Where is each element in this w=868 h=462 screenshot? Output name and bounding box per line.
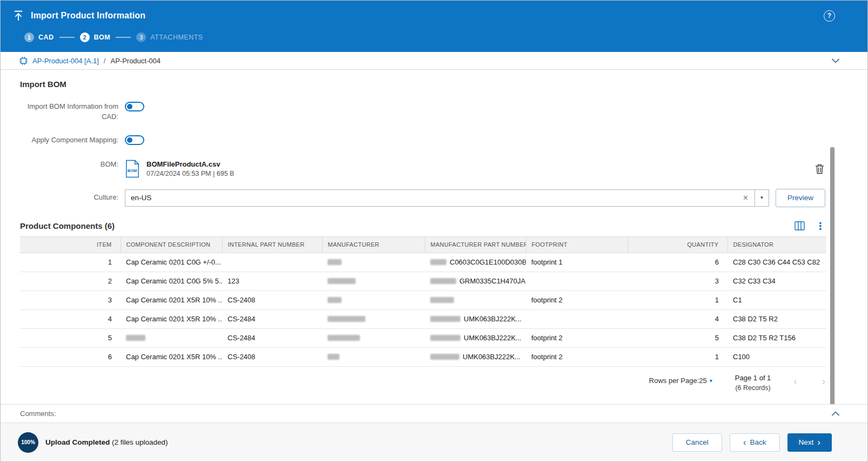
more-options-icon[interactable]: ⋮	[816, 221, 825, 231]
cell-description: Cap Ceramic 0201 X5R 10% ...	[121, 347, 222, 366]
rows-per-page-value: 25	[699, 377, 706, 385]
cell-footprint	[526, 309, 627, 328]
cell-designator: C38 D2 T5 R2 T156	[727, 328, 826, 347]
column-header-quantity[interactable]: QUANTITY	[627, 236, 727, 253]
redacted-text	[430, 354, 459, 360]
import-from-cad-toggle[interactable]	[125, 102, 144, 111]
components-table: ITEMCOMPONENT DESCRIPTIONINTERNAL PART N…	[20, 236, 826, 367]
redacted-text	[430, 316, 460, 322]
column-header-designator[interactable]: DESIGNATOR	[727, 236, 826, 253]
table-row[interactable]: 3Cap Ceramic 0201 X5R 10% ...CS-2408foot…	[20, 291, 826, 309]
page-number-text: Page 1 of 1	[735, 373, 771, 384]
cell-mpn: UMK063BJ222K...	[425, 309, 526, 328]
chevron-down-icon: ▾	[710, 378, 712, 384]
bom-file-control: BOM BOMFileProductA.csv 07/24/2024 05:53…	[125, 160, 825, 178]
column-header-internal-part-number[interactable]: INTERNAL PART NUMBER	[222, 236, 322, 253]
cell-footprint	[526, 272, 627, 291]
table-row[interactable]: 6Cap Ceramic 0201 X5R 10% ...CS-2408UMK0…	[20, 347, 826, 366]
chevron-left-icon: ‹	[743, 438, 746, 447]
cell-internal_pn: CS-2484	[222, 309, 322, 328]
rows-per-page-select[interactable]: Rows per Page:25 ▾	[649, 373, 712, 385]
chevron-down-icon[interactable]	[832, 58, 839, 63]
step-cad-number: 1	[24, 32, 34, 42]
column-header-footprint[interactable]: FOOTPRINT	[526, 236, 627, 253]
component-mapping-control	[125, 135, 825, 145]
step-attachments[interactable]: 3 ATTACHMENTS	[136, 32, 203, 42]
step-cad-label: CAD	[38, 34, 54, 41]
column-settings-icon[interactable]	[794, 221, 805, 230]
import-product-window: Import Product Information ? 1 CAD 2 BOM…	[0, 0, 868, 462]
next-button[interactable]: Next ›	[787, 433, 832, 452]
cell-quantity: 6	[627, 253, 727, 272]
table-row[interactable]: 4Cap Ceramic 0201 X5R 10% ...CS-2484UMK0…	[20, 309, 826, 328]
cell-internal_pn	[222, 253, 322, 272]
cell-description: Cap Ceramic 0201 X5R 10% ...	[121, 291, 222, 309]
table-row[interactable]: 2Cap Ceramic 0201 C0G 5% 5...123GRM0335C…	[20, 272, 826, 291]
vertical-scrollbar[interactable]	[830, 147, 835, 404]
cell-footprint: footprint 1	[526, 253, 627, 272]
step-attachments-number: 3	[136, 32, 146, 42]
cell-item: 3	[20, 291, 121, 309]
component-mapping-label: Apply Component Mapping:	[20, 135, 118, 146]
cell-footprint: footprint 2	[526, 347, 627, 366]
table-row[interactable]: 5CS-2484UMK063BJ222K...footprint 25C38 D…	[20, 328, 826, 347]
chevron-up-icon[interactable]	[832, 411, 839, 416]
chevron-right-icon: ›	[817, 438, 820, 447]
culture-label: Culture:	[20, 193, 118, 203]
import-bom-title: Import BOM	[20, 80, 825, 89]
upload-status-title: Upload Completed	[45, 438, 110, 446]
cell-designator: C38 D2 T5 R2	[727, 309, 826, 328]
cell-description	[121, 328, 222, 347]
product-components-header: Product Components (6) ⋮	[20, 221, 825, 231]
delete-file-icon[interactable]	[814, 162, 825, 175]
cell-internal_pn: CS-2408	[222, 347, 322, 366]
bom-file-icon: BOM	[125, 160, 140, 178]
preview-button[interactable]: Preview	[776, 189, 825, 207]
cell-item: 2	[20, 272, 121, 291]
back-button[interactable]: ‹ Back	[730, 433, 780, 452]
step-connector	[116, 37, 131, 38]
breadcrumb-current: AP-Product-004	[110, 57, 161, 65]
scrollbar-thumb[interactable]	[830, 147, 834, 404]
culture-combobox: ×	[125, 189, 755, 207]
step-bom[interactable]: 2 BOM	[80, 32, 111, 42]
culture-input[interactable]	[131, 194, 739, 202]
step-bom-number: 2	[80, 32, 90, 42]
clear-icon[interactable]: ×	[739, 194, 752, 202]
help-icon[interactable]: ?	[824, 10, 835, 22]
cell-quantity: 1	[627, 291, 727, 309]
toggle-row-import-from-cad: Import BOM Information from CAD:	[20, 102, 825, 122]
breadcrumb-product-link[interactable]: AP-Product-004 [A.1]	[32, 57, 99, 65]
bom-file-meta: 07/24/2024 05:53 PM | 695 B	[146, 170, 234, 177]
cell-item: 5	[20, 328, 121, 347]
import-icon	[12, 10, 24, 22]
dropdown-arrow-button[interactable]: ▼	[755, 189, 769, 207]
next-page-icon[interactable]: ›	[822, 375, 825, 387]
page-navigation: ‹ ›	[793, 373, 825, 387]
breadcrumb: AP-Product-004 [A.1] / AP-Product-004	[1, 52, 867, 70]
toggle-knob	[127, 104, 132, 109]
cell-manufacturer	[322, 309, 425, 328]
redacted-text	[430, 297, 454, 303]
culture-row: Culture: × ▼ Preview	[20, 189, 825, 207]
step-bom-label: BOM	[94, 34, 111, 41]
column-header-manufacturer-part-number[interactable]: MANUFACTURER PART NUMBER	[425, 236, 526, 253]
column-header-item[interactable]: ITEM	[20, 236, 121, 253]
column-header-component-description[interactable]: COMPONENT DESCRIPTION	[121, 236, 222, 253]
previous-page-icon[interactable]: ‹	[793, 375, 797, 387]
rows-per-page-label: Rows per Page:	[649, 377, 699, 385]
culture-control: × ▼ Preview	[125, 189, 825, 207]
cancel-button[interactable]: Cancel	[672, 433, 722, 452]
redacted-text	[126, 335, 145, 341]
redacted-text	[430, 259, 446, 265]
column-header-manufacturer[interactable]: MANUFACTURER	[322, 236, 425, 253]
footer-buttons: Cancel ‹ Back Next ›	[672, 433, 832, 452]
bom-file-info: BOMFileProductA.csv 07/24/2024 05:53 PM …	[146, 160, 234, 177]
comments-bar: Comments:	[1, 404, 867, 423]
table-row[interactable]: 1Cap Ceramic 0201 C0G +/-0...C0603C0G1E1…	[20, 253, 826, 272]
upload-status-text: Upload Completed (2 files uploaded)	[45, 438, 168, 446]
component-mapping-toggle[interactable]	[125, 135, 144, 145]
cell-quantity: 5	[627, 328, 727, 347]
redacted-text	[328, 278, 356, 284]
step-cad[interactable]: 1 CAD	[24, 32, 54, 42]
